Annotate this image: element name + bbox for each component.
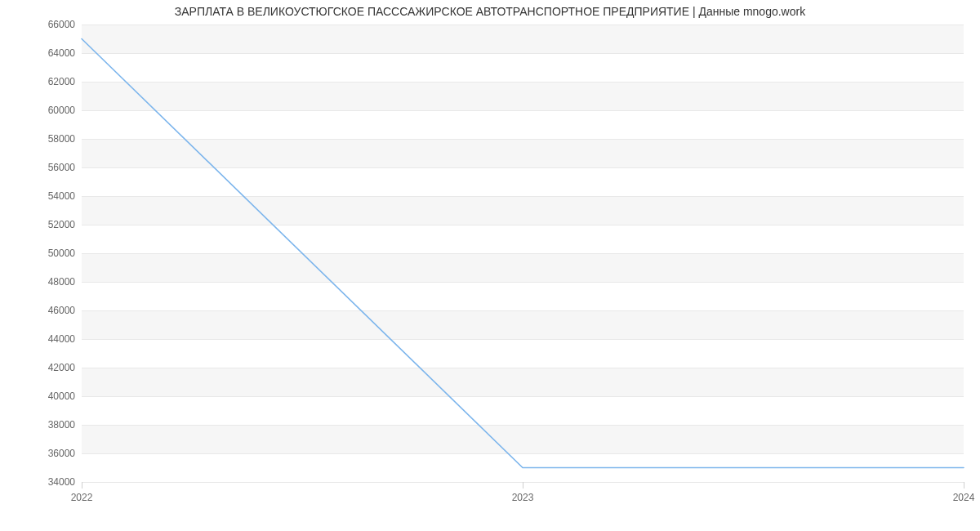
x-tick-label: 2023 (512, 492, 534, 503)
y-tick-label: 40000 (10, 390, 75, 402)
line-layer (82, 25, 964, 482)
y-tick-label: 50000 (10, 248, 75, 259)
x-tick-label: 2024 (953, 492, 975, 503)
y-tick-label: 34000 (10, 476, 75, 488)
y-tick-label: 56000 (10, 162, 75, 173)
y-tick-label: 66000 (10, 19, 75, 30)
plot-area: 202220232024 (82, 25, 964, 483)
y-tick-label: 38000 (10, 419, 75, 431)
chart-title: ЗАРПЛАТА В ВЕЛИКОУСТЮГСКОЕ ПАСССАЖИРСКОЕ… (0, 5, 980, 18)
y-tick-label: 54000 (10, 190, 75, 202)
x-tick (523, 482, 523, 489)
y-tick-label: 42000 (10, 362, 75, 373)
x-tick (964, 482, 964, 489)
y-tick-label: 64000 (10, 47, 75, 59)
y-tick-label: 48000 (10, 276, 75, 288)
series-line (82, 39, 964, 468)
y-tick-label: 46000 (10, 305, 75, 316)
y-tick-label: 44000 (10, 333, 75, 345)
y-tick-label: 36000 (10, 448, 75, 459)
chart-container: ЗАРПЛАТА В ВЕЛИКОУСТЮГСКОЕ ПАСССАЖИРСКОЕ… (0, 0, 980, 531)
x-tick-label: 2022 (71, 492, 93, 503)
y-tick-label: 60000 (10, 105, 75, 116)
x-tick (82, 482, 82, 489)
y-tick-label: 58000 (10, 133, 75, 145)
y-tick-label: 52000 (10, 219, 75, 230)
y-tick-label: 62000 (10, 76, 75, 87)
